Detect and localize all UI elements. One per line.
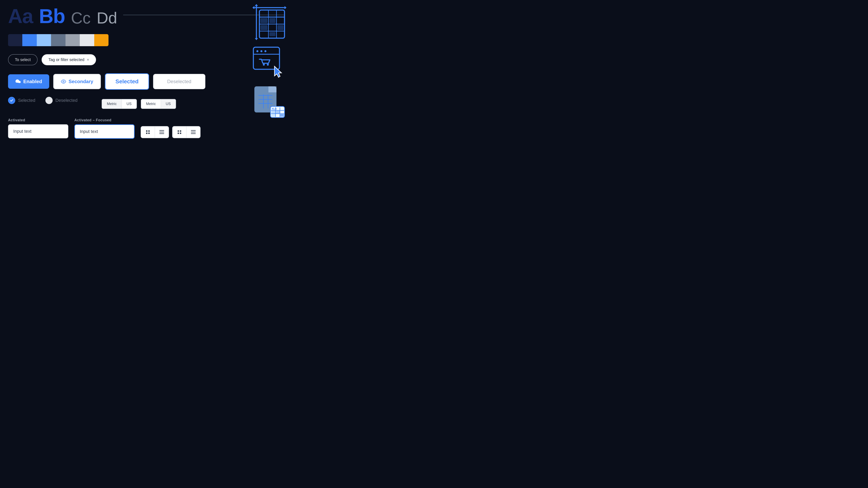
- svg-rect-12: [191, 130, 196, 131]
- view-toggle-2: [172, 126, 200, 138]
- activated-focused-input-group: Activated – Focused: [74, 118, 135, 139]
- swatch-slate: [51, 34, 65, 46]
- svg-rect-28: [260, 25, 268, 30]
- svg-rect-5: [159, 130, 164, 131]
- buttons-row: Enabled Secondary Selected Deselected: [8, 73, 284, 90]
- svg-marker-17: [284, 6, 286, 9]
- tag-close-icon[interactable]: ×: [87, 58, 89, 62]
- swatch-orange: [94, 34, 108, 46]
- svg-rect-3: [146, 133, 148, 134]
- svg-marker-20: [255, 38, 258, 40]
- svg-text:XLS: XLS: [272, 107, 277, 110]
- toggle-group-2: Metric US: [141, 99, 176, 109]
- swatch-light-blue: [37, 34, 51, 46]
- upload-icon: [15, 79, 21, 84]
- us-option-1[interactable]: US: [122, 99, 136, 108]
- checkbox-deselected-indicator: [45, 97, 53, 104]
- secondary-label: Secondary: [68, 79, 93, 84]
- svg-point-37: [263, 64, 265, 66]
- activated-label: Activated: [8, 118, 68, 122]
- svg-rect-55: [271, 114, 275, 117]
- svg-point-33: [256, 50, 258, 52]
- checkbox-deselected-label: Deselected: [56, 98, 78, 103]
- browser-ecommerce-icon: [252, 46, 286, 78]
- svg-rect-14: [191, 133, 196, 134]
- svg-rect-8: [178, 130, 179, 132]
- right-illustrations: XLS: [252, 4, 286, 119]
- svg-rect-6: [159, 132, 164, 132]
- enabled-button[interactable]: Enabled: [8, 74, 49, 89]
- list-icon-1: [159, 130, 164, 134]
- to-select-button[interactable]: To select: [8, 54, 38, 65]
- main-container: Aa Bb Cc Dd To select Tag or filter sele…: [0, 0, 292, 164]
- svg-point-35: [265, 50, 267, 52]
- tag-filter-label: Tag or filter selected: [49, 58, 84, 62]
- swatch-blue: [22, 34, 37, 46]
- svg-rect-27: [260, 18, 268, 23]
- grid-icon-1: [146, 130, 150, 135]
- checkbox-selected-indicator: [8, 97, 15, 104]
- activated-focused-label: Activated – Focused: [74, 118, 135, 122]
- svg-rect-2: [148, 130, 150, 132]
- activated-input[interactable]: [8, 124, 68, 138]
- svg-rect-30: [277, 25, 283, 30]
- selected-button[interactable]: Selected: [105, 73, 149, 90]
- xls-file-icon: XLS: [252, 84, 286, 119]
- eye-icon: [61, 79, 66, 84]
- typo-cc: Cc: [71, 10, 91, 26]
- metric-option-1[interactable]: Metric: [102, 99, 122, 108]
- checkbox-row: Selected Deselected: [8, 97, 78, 104]
- svg-rect-1: [146, 130, 148, 132]
- checkbox-selected-label: Selected: [18, 98, 35, 103]
- deselected-button[interactable]: Deselected: [153, 74, 205, 89]
- checkbox-deselected-item[interactable]: Deselected: [45, 97, 78, 104]
- activated-focused-input[interactable]: [74, 124, 135, 139]
- list-view-btn-2[interactable]: [186, 127, 200, 138]
- grid-icon-2: [177, 130, 182, 135]
- svg-marker-39: [275, 66, 281, 77]
- svg-point-0: [63, 81, 64, 82]
- color-palette: [8, 34, 108, 46]
- secondary-button[interactable]: Secondary: [53, 74, 101, 89]
- svg-rect-29: [270, 18, 276, 23]
- checkmark-icon: [10, 98, 14, 102]
- svg-rect-13: [191, 132, 196, 132]
- svg-marker-19: [255, 4, 258, 6]
- typo-dd: Dd: [97, 10, 117, 26]
- controls-row: To select Tag or filter selected ×: [8, 54, 284, 65]
- typo-aa: Aa: [8, 6, 33, 26]
- deselected-label: Deselected: [167, 79, 191, 84]
- swatch-gray: [65, 34, 80, 46]
- tag-filter-button[interactable]: Tag or filter selected ×: [41, 54, 96, 65]
- metric-option-2[interactable]: Metric: [141, 99, 161, 108]
- svg-marker-16: [252, 6, 254, 9]
- typography-row: Aa Bb Cc Dd: [8, 6, 284, 26]
- svg-rect-11: [180, 133, 181, 134]
- toggles-area: Metric US Metric US: [102, 99, 176, 109]
- resize-table-icon: [252, 4, 286, 40]
- toggle-group-1: Metric US: [102, 99, 137, 109]
- grid-view-btn-1[interactable]: [141, 127, 155, 138]
- svg-rect-7: [159, 133, 164, 134]
- svg-point-38: [267, 64, 269, 66]
- svg-rect-52: [271, 111, 275, 113]
- svg-rect-4: [148, 133, 150, 134]
- svg-rect-31: [270, 32, 276, 36]
- selected-label: Selected: [115, 78, 138, 85]
- svg-rect-9: [180, 130, 181, 132]
- view-toggle-1: [141, 126, 169, 138]
- swatch-dark-navy: [8, 34, 22, 46]
- enabled-label: Enabled: [23, 79, 42, 84]
- svg-rect-10: [178, 133, 179, 134]
- typo-bb: Bb: [39, 6, 65, 26]
- svg-rect-53: [276, 111, 280, 113]
- svg-rect-54: [280, 114, 284, 117]
- list-view-btn-1[interactable]: [155, 127, 168, 138]
- svg-point-34: [260, 50, 262, 52]
- activated-input-group: Activated: [8, 118, 68, 138]
- list-icon-2: [191, 130, 196, 134]
- checkbox-selected-item[interactable]: Selected: [8, 97, 35, 104]
- us-option-2[interactable]: US: [161, 99, 176, 108]
- swatch-light-gray: [80, 34, 94, 46]
- grid-view-btn-2[interactable]: [173, 127, 186, 138]
